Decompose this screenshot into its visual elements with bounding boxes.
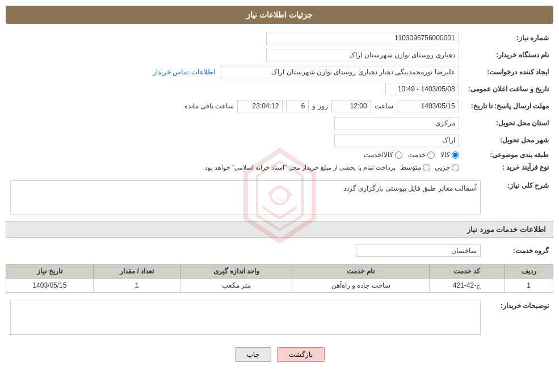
deadline-days: 6 [286,100,309,112]
table-row: 1ج-42-421ساخت جاده و راه‌آهنمتر مکعب1140… [6,279,553,293]
city-label: شهر محل تحویل: [464,132,553,149]
deadline-remaining: 23:04:12 [237,100,283,112]
buyer-org-label: نام دستگاه خریدار: [464,47,553,64]
category-option-khedmat[interactable]: خدمت [408,151,435,159]
announce-date-label: تاریخ و ساعت اعلان عمومی: [464,81,553,98]
announce-date-value: 1403/05/08 - 10:49 [385,83,459,95]
services-section-title: اطلاعات خدمات مورد نیاز [6,221,553,238]
deadline-date: 1403/05/15 [397,100,459,112]
category-option-kala[interactable]: کالا [440,151,459,159]
col-code: کد خدمت [429,264,504,279]
print-button[interactable]: چاپ [235,347,271,362]
page-title: جزئیات اطلاعات نیاز [6,6,553,24]
deadline-label: مهلت ارسال پاسخ: تا تاریخ: [464,98,553,115]
col-row: ردیف [505,264,553,279]
buyer-desc-label: توضیحات خریدار: [485,298,553,339]
deadline-day-label: روز و [312,102,327,110]
purchase-type-note: پرداخت تمام یا بخشی از مبلغ خریدار محل "… [203,164,396,171]
city-value: اراک [334,134,459,146]
deadline-remaining-label: ساعت باقی مانده [184,102,234,110]
purchase-type-label: نوع فرآیند خرید : [464,161,553,174]
province-label: استان محل تحویل: [464,115,553,132]
creator-label: ایجاد کننده درخواست: [464,64,553,81]
buyer-org-value: دهیاری روستای نوازن شهرستان اراک [266,49,459,61]
service-group-label: گروه خدمت: [485,242,553,259]
col-name: نام خدمت [292,264,429,279]
service-group-value: ساختمان [356,245,481,257]
services-table: ردیف کد خدمت نام خدمت واحد اندازه گیری ت… [6,264,553,293]
creator-value: علیرضا نورمحمدبیگی دهیار دهیاری روستای ن… [221,66,459,78]
province-value: مرکزی [334,117,459,129]
back-button[interactable]: بازگشت [277,347,325,362]
col-qty: تعداد / مقدار [93,264,180,279]
need-number-value: 1103096756000001 [266,32,459,44]
creator-contact-link[interactable]: اطلاعات تماس خریدار [153,68,215,76]
deadline-time-label: ساعت [375,102,393,110]
need-number-label: شماره نیاز: [464,29,553,47]
description-label: شرح کلی نیاز: [485,178,553,217]
col-date: تاریخ نیاز [6,264,94,279]
purchase-type-motevasset[interactable]: متوسط [400,163,430,171]
category-option-kala-khedmat[interactable]: کالا/خدمت [364,151,402,159]
button-row: بازگشت چاپ [6,347,553,362]
col-unit: واحد اندازه گیری [180,264,292,279]
purchase-type-jozi[interactable]: جزیی [435,163,459,171]
buyer-desc-textarea[interactable] [10,301,481,335]
category-label: طبقه بندی موضوعی: [464,149,553,161]
description-value: آسفالت معابر طبق فایل پیوستی بارگزاری گر… [10,180,481,214]
deadline-time: 12:00 [331,100,371,112]
